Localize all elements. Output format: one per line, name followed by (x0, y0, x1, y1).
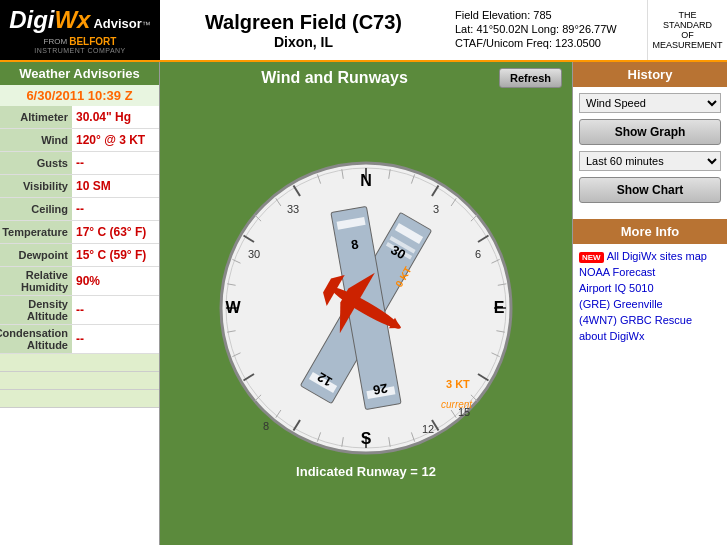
station-area: Walgreen Field (C73) Dixon, IL (160, 0, 447, 60)
wa-row-label: Temperature (0, 221, 72, 243)
more-info-content: NEWAll DigiWx sites mapNOAA ForecastAirp… (573, 244, 727, 352)
wind-speed-select[interactable]: Wind SpeedWind DirectionTemperatureDewpo… (579, 93, 721, 113)
logo-from: FROM (44, 37, 68, 46)
compass-area: N S E W 33 3 6 15 12 8 30 (160, 94, 572, 545)
wa-row-label: Wind (0, 129, 72, 151)
logo-area: DigiWx Advisor ™ FROM BELFORT INSTRUMENT… (0, 0, 160, 60)
standard-area: THE STANDARD OF MEASUREMENT (647, 0, 727, 60)
history-header: History (573, 62, 727, 87)
standard-line4: MEASUREMENT (652, 40, 722, 50)
more-info-link[interactable]: about DigiWx (579, 330, 721, 342)
logo-advisor: Advisor (93, 16, 141, 31)
standard-line2: STANDARD (663, 20, 712, 30)
wa-row-value: -- (72, 152, 159, 174)
weather-advisory-row: Dewpoint15° C (59° F) (0, 244, 159, 267)
wa-row-value: 15° C (59° F) (72, 244, 159, 266)
more-info-link[interactable]: (4WN7) GRBC Rescue (579, 314, 721, 326)
standard-line1: THE (679, 10, 697, 20)
wa-row-value: 10 SM (72, 175, 159, 197)
logo-instrument: INSTRUMENT COMPANY (34, 47, 126, 54)
center-header: Wind and Runways Refresh (160, 62, 572, 94)
svg-text:30: 30 (248, 248, 260, 260)
logo-belfort: BELFORT (69, 36, 116, 47)
weather-advisory-row: Condensation Altitude-- (0, 325, 159, 354)
field-elevation: Field Elevation: 785 (455, 9, 639, 21)
indicated-runway-label: Indicated Runway = 12 (294, 462, 438, 481)
show-graph-button[interactable]: Show Graph (579, 119, 721, 145)
weather-advisories-datetime: 6/30/2011 10:39 Z (0, 85, 159, 106)
more-info-link[interactable]: Airport IQ 5010 (579, 282, 721, 294)
station-sub: Dixon, IL (274, 34, 333, 50)
svg-text:12: 12 (422, 423, 434, 435)
weather-advisory-row: Gusts-- (0, 152, 159, 175)
wa-row-label: Condensation Altitude (0, 325, 72, 353)
wa-row-value: -- (72, 198, 159, 220)
wind-runways-title: Wind and Runways (170, 69, 499, 87)
svg-text:33: 33 (287, 203, 299, 215)
left-lines (0, 354, 159, 408)
history-content: Wind SpeedWind DirectionTemperatureDewpo… (573, 87, 727, 215)
field-ctaf: CTAF/Unicom Freq: 123.0500 (455, 37, 639, 49)
more-info-link[interactable]: NEWAll DigiWx sites map (579, 250, 721, 262)
weather-advisories-header: Weather Advisories (0, 62, 159, 85)
field-info: Field Elevation: 785 Lat: 41°50.02N Long… (447, 0, 647, 60)
station-name: Walgreen Field (C73) (205, 11, 402, 34)
wa-row-value: -- (72, 299, 159, 321)
weather-advisory-row: Visibility10 SM (0, 175, 159, 198)
svg-text:current: current (441, 399, 473, 410)
wa-row-label: Density Altitude (0, 296, 72, 324)
logo-digi: DigiWx (9, 6, 90, 34)
wa-row-label: Gusts (0, 152, 72, 174)
svg-text:3: 3 (433, 203, 439, 215)
svg-text:3 KT: 3 KT (446, 378, 470, 390)
show-chart-button[interactable]: Show Chart (579, 177, 721, 203)
field-latlong: Lat: 41°50.02N Long: 89°26.77W (455, 23, 639, 35)
weather-advisory-row: Temperature17° C (63° F) (0, 221, 159, 244)
new-badge: NEW (579, 252, 604, 263)
more-info-link[interactable]: NOAA Forecast (579, 266, 721, 278)
more-info-link[interactable]: (GRE) Greenville (579, 298, 721, 310)
center-panel: Wind and Runways Refresh (160, 62, 572, 545)
refresh-button[interactable]: Refresh (499, 68, 562, 88)
more-info-header: More Info (573, 219, 727, 244)
weather-advisory-row: Wind120° @ 3 KT (0, 129, 159, 152)
weather-advisory-row: Density Altitude-- (0, 296, 159, 325)
wa-row-label: Relative Humidity (0, 267, 72, 295)
svg-text:26: 26 (372, 381, 389, 398)
time-range-select[interactable]: Last 60 minutesLast 3 hoursLast 6 hoursL… (579, 151, 721, 171)
wa-row-label: Altimeter (0, 106, 72, 128)
svg-text:6: 6 (475, 248, 481, 260)
wa-row-value: 17° C (63° F) (72, 221, 159, 243)
weather-advisory-row: Relative Humidity90% (0, 267, 159, 296)
standard-line3: OF (681, 30, 694, 40)
svg-text:W: W (225, 299, 241, 316)
svg-text:N: N (360, 172, 372, 189)
logo-tm: ™ (142, 20, 151, 30)
weather-advisory-row: Altimeter30.04" Hg (0, 106, 159, 129)
wa-row-label: Visibility (0, 175, 72, 197)
svg-text:E: E (494, 299, 505, 316)
wa-row-label: Ceiling (0, 198, 72, 220)
wa-row-value: 90% (72, 270, 159, 292)
wa-row-value: 120° @ 3 KT (72, 129, 159, 151)
svg-text:8: 8 (263, 420, 269, 432)
weather-advisory-row: Ceiling-- (0, 198, 159, 221)
left-panel: Weather Advisories 6/30/2011 10:39 Z Alt… (0, 62, 160, 545)
wa-row-value: 30.04" Hg (72, 106, 159, 128)
right-panel: History Wind SpeedWind DirectionTemperat… (572, 62, 727, 545)
wa-row-label: Dewpoint (0, 244, 72, 266)
wa-row-value: -- (72, 328, 159, 350)
compass-svg: N S E W 33 3 6 15 12 8 30 (216, 158, 516, 458)
weather-advisories-rows: Altimeter30.04" HgWind120° @ 3 KTGusts--… (0, 106, 159, 354)
svg-text:S: S (361, 430, 372, 447)
